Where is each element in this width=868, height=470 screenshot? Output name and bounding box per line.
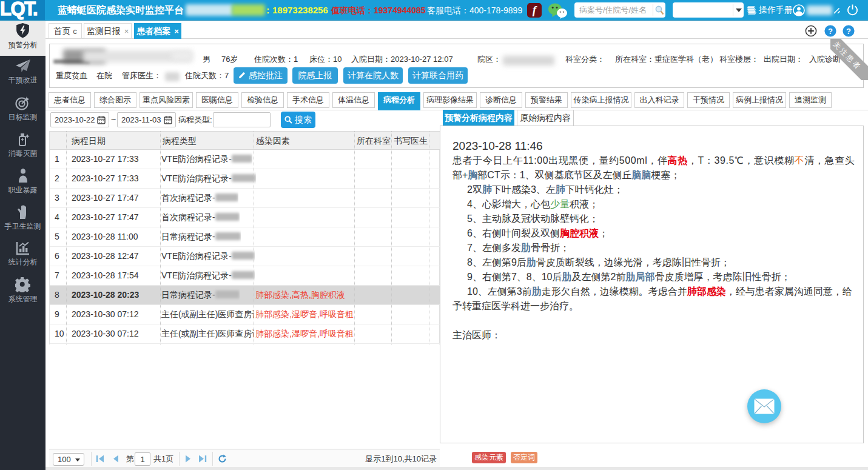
svg-text:?: ? bbox=[828, 27, 833, 36]
svg-text:?: ? bbox=[846, 27, 851, 36]
